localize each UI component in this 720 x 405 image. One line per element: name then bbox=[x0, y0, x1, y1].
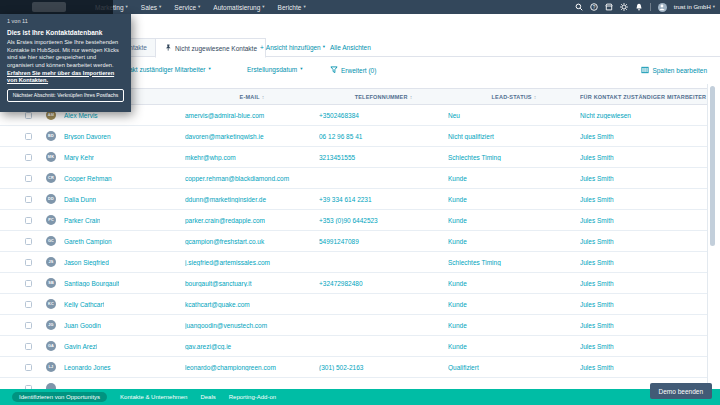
bottom-tab-contacts-companies[interactable]: Kontakte & Unternehmen bbox=[120, 394, 187, 400]
lead-status-column-header[interactable]: LEAD-STATUS↕ bbox=[448, 94, 580, 100]
help-icon[interactable]: ? bbox=[590, 3, 598, 11]
contact-phone-link[interactable]: +3502468384 bbox=[319, 112, 448, 119]
table-row: CR Cooper Rehman copper.rehman@blackdiam… bbox=[0, 168, 707, 189]
contact-email-link[interactable]: copper.rehman@blackdiamond.com bbox=[185, 175, 319, 182]
contact-name-link[interactable]: Bryson Davoren bbox=[64, 133, 111, 140]
contact-email-link[interactable]: gav.arezi@cg.ie bbox=[185, 343, 319, 350]
all-views-button[interactable]: Alle Ansichten bbox=[330, 38, 371, 57]
notifications-icon[interactable] bbox=[635, 3, 643, 11]
table-row: MK Mary Kehr mkehr@whp.com 3213451555 Sc… bbox=[0, 147, 707, 168]
scrollbar-thumb[interactable] bbox=[710, 86, 715, 246]
row-checkbox[interactable] bbox=[25, 322, 32, 329]
contact-email-link[interactable]: davoren@marketingwish.ie bbox=[185, 133, 319, 140]
contact-name-link[interactable]: Kelly Cathcart bbox=[64, 301, 104, 308]
contact-name-link[interactable]: Mary Kehr bbox=[64, 154, 94, 161]
nav-item-berichte[interactable]: Berichte▾ bbox=[278, 4, 306, 11]
contact-email-link[interactable]: parker.crain@redapple.com bbox=[185, 217, 319, 224]
contact-avatar: DD bbox=[46, 194, 56, 204]
contact-phone-link[interactable]: +39 334 614 2231 bbox=[319, 196, 448, 203]
row-checkbox[interactable] bbox=[25, 280, 32, 287]
phone-column-header[interactable]: TELEFONNUMMER↕ bbox=[319, 94, 448, 100]
chevron-down-icon: ▾ bbox=[209, 67, 211, 72]
contact-phone-link[interactable]: +32472982480 bbox=[319, 280, 448, 287]
row-checkbox[interactable] bbox=[25, 133, 32, 140]
end-demo-button[interactable]: Demo beenden bbox=[650, 383, 712, 399]
contact-email-link[interactable]: gcampion@freshstart.co.uk bbox=[185, 238, 319, 245]
advanced-filters-button[interactable]: Erweitert (0) bbox=[330, 66, 376, 75]
contact-email-link[interactable]: amervis@admiral-blue.com bbox=[185, 112, 319, 119]
contact-name-link[interactable]: Dalia Dunn bbox=[64, 196, 96, 203]
contact-name-link[interactable]: Cooper Rehman bbox=[64, 175, 112, 182]
filter-created-date-dropdown[interactable]: Erstellungsdatum▾ bbox=[247, 66, 303, 73]
bottom-tab-deals[interactable]: Deals bbox=[200, 394, 215, 400]
contact-phone-link[interactable]: +353 (0)90 6442523 bbox=[319, 217, 448, 224]
contact-name-link[interactable]: Parker Crain bbox=[64, 217, 100, 224]
contact-email-link[interactable]: bourgault@sanctuary.it bbox=[185, 280, 319, 287]
contact-avatar: MK bbox=[46, 152, 56, 162]
contact-name-link[interactable]: Santiago Bourgault bbox=[64, 280, 119, 287]
lead-status-value: Kunde bbox=[448, 238, 580, 245]
row-checkbox[interactable] bbox=[25, 112, 32, 119]
contact-owner-value: Jules Smith bbox=[580, 217, 707, 224]
contact-name-link[interactable]: Alex Mervis bbox=[64, 112, 98, 119]
contact-name-link[interactable]: Leonardo Jones bbox=[64, 364, 111, 371]
nav-item-sales[interactable]: Sales▾ bbox=[141, 4, 162, 11]
contact-email-link[interactable]: leonardo@championgreen.com bbox=[185, 364, 319, 371]
row-checkbox[interactable] bbox=[25, 154, 32, 161]
contact-name-link[interactable]: Juan Goodin bbox=[64, 322, 101, 329]
sort-icon[interactable]: ↕ bbox=[410, 94, 413, 100]
contact-email-link[interactable]: j.siegfried@artemissales.com bbox=[185, 259, 319, 266]
sort-icon[interactable]: ↕ bbox=[534, 94, 537, 100]
row-checkbox[interactable] bbox=[25, 364, 32, 371]
marketplace-icon[interactable] bbox=[605, 3, 613, 11]
row-checkbox[interactable] bbox=[25, 301, 32, 308]
sort-icon[interactable]: ↕ bbox=[262, 94, 265, 100]
tab-nicht-zugewiesene-kontakte[interactable]: Nicht zugewiesene Kontakte bbox=[155, 38, 266, 58]
contact-avatar: JS bbox=[46, 257, 56, 267]
avatar[interactable] bbox=[658, 3, 667, 12]
contact-phone-link[interactable]: 54991247089 bbox=[319, 238, 448, 245]
row-checkbox[interactable] bbox=[25, 238, 32, 245]
contact-name-link[interactable]: Jason Siegfried bbox=[64, 259, 109, 266]
tour-title: Dies ist Ihre Kontaktdatenbank bbox=[7, 29, 124, 36]
owner-column-header[interactable]: FÜR KONTAKT ZUSTÄNDIGER MITARBEITER↕ bbox=[580, 94, 707, 100]
tour-next-section-button[interactable]: Nächster Abschnitt: Verknüpfen Ihres Pos… bbox=[7, 89, 124, 102]
contact-email-link[interactable]: juangoodin@venustech.com bbox=[185, 322, 319, 329]
contact-email-link[interactable]: ddunn@marketinginsider.de bbox=[185, 196, 319, 203]
row-checkbox[interactable] bbox=[25, 343, 32, 350]
contact-owner-value: Jules Smith bbox=[580, 343, 707, 350]
search-icon[interactable] bbox=[575, 3, 583, 11]
svg-text:?: ? bbox=[592, 5, 595, 10]
contact-owner-value: Jules Smith bbox=[580, 259, 707, 266]
bottom-tab-identify-opportunities[interactable]: Identifizieren von Opportunitys bbox=[12, 392, 107, 402]
contact-owner-value: Jules Smith bbox=[580, 364, 707, 371]
settings-icon[interactable] bbox=[620, 3, 628, 11]
contact-name-link[interactable]: Gavin Arezi bbox=[64, 343, 97, 350]
tour-body: Als Erstes importieren Sie Ihre bestehen… bbox=[7, 39, 124, 85]
nav-item-automatisierung[interactable]: Automatisierung▾ bbox=[213, 4, 264, 11]
nav-item-service[interactable]: Service▾ bbox=[174, 4, 200, 11]
contact-phone-link[interactable]: (301) 502-2163 bbox=[319, 364, 448, 371]
chevron-down-icon: ▾ bbox=[323, 45, 325, 50]
contact-email-link[interactable]: mkehr@whp.com bbox=[185, 154, 319, 161]
row-checkbox[interactable] bbox=[25, 217, 32, 224]
add-view-button[interactable]: +Ansicht hinzufügen▾ bbox=[260, 38, 325, 57]
contact-name-link[interactable]: Gareth Campion bbox=[64, 238, 112, 245]
columns-icon bbox=[641, 66, 649, 75]
table-row bbox=[0, 378, 707, 389]
contact-email-link[interactable]: kcathcart@quake.com bbox=[185, 301, 319, 308]
edit-columns-button[interactable]: Spalten bearbeiten bbox=[641, 66, 707, 75]
lead-status-value: Kunde bbox=[448, 322, 580, 329]
row-checkbox[interactable] bbox=[25, 259, 32, 266]
contact-phone-link[interactable]: 06 12 96 85 41 bbox=[319, 133, 448, 140]
tour-learn-more-link[interactable]: Erfahren Sie mehr über das Importieren v… bbox=[7, 70, 114, 84]
row-checkbox[interactable] bbox=[25, 196, 32, 203]
row-checkbox[interactable] bbox=[25, 175, 32, 182]
contact-phone-link[interactable]: 3213451555 bbox=[319, 154, 448, 161]
onboarding-bottom-bar: Identifizieren von Opportunitys Kontakte… bbox=[0, 389, 720, 405]
account-menu[interactable]: trust in GmbH▾ bbox=[674, 4, 715, 10]
bottom-tab-reporting-addon[interactable]: Reporting-Add-on bbox=[229, 394, 276, 400]
email-column-header[interactable]: E-MAIL↕ bbox=[185, 94, 319, 100]
lead-status-value: Schlechtes Timing bbox=[448, 259, 580, 266]
contact-owner-value: Jules Smith bbox=[580, 322, 707, 329]
